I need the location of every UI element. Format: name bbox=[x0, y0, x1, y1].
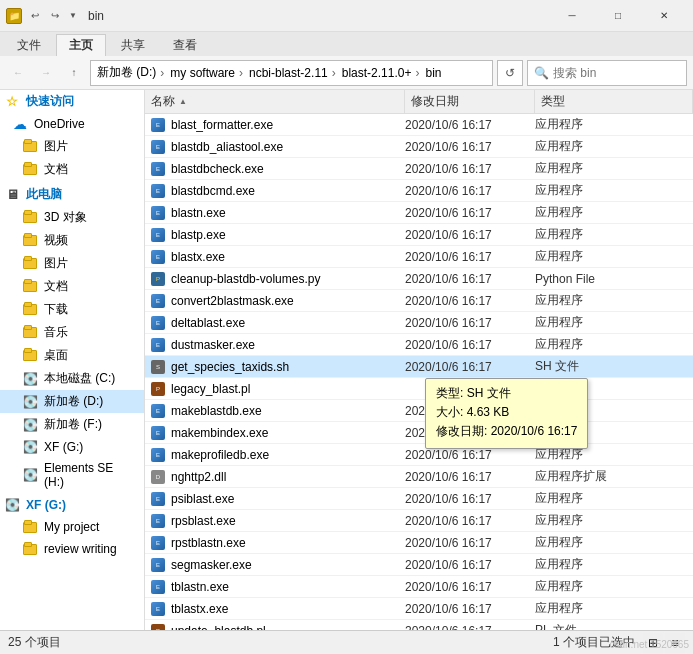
exe-icon: E bbox=[151, 118, 165, 132]
folder-icon-documents-quick bbox=[22, 162, 38, 178]
file-row[interactable]: P update_blastdb.pl 2020/10/6 16:17 PL 文… bbox=[145, 620, 693, 630]
sidebar-item-new-vol-f[interactable]: 💽 新加卷 (F:) bbox=[0, 413, 144, 436]
file-row[interactable]: E blastdbcmd.exe 2020/10/6 16:17 应用程序 bbox=[145, 180, 693, 202]
file-row[interactable]: E rpstblastn.exe 2020/10/6 16:17 应用程序 bbox=[145, 532, 693, 554]
address-bar[interactable]: 新加卷 (D:) › my software › ncbi-blast-2.11… bbox=[90, 60, 493, 86]
sidebar-item-videos[interactable]: 视频 bbox=[0, 229, 144, 252]
sidebar-item-3d-objects[interactable]: 3D 对象 bbox=[0, 206, 144, 229]
sidebar-item-documents[interactable]: 文档 bbox=[0, 275, 144, 298]
exe-icon: E bbox=[151, 448, 165, 462]
folder-icon-videos bbox=[22, 233, 38, 249]
drive-icon-g2: 💽 bbox=[4, 497, 20, 513]
tooltip-line-3: 修改日期: 2020/10/6 16:17 bbox=[436, 423, 577, 440]
refresh-button[interactable]: ↺ bbox=[497, 60, 523, 86]
address-part-5: bin bbox=[425, 66, 441, 80]
file-list-header: 名称 ▲ 修改日期 类型 bbox=[145, 90, 693, 114]
quick-access-dropdown[interactable]: ▼ bbox=[66, 7, 80, 25]
exe-icon: E bbox=[151, 316, 165, 330]
minimize-button[interactable]: ─ bbox=[549, 0, 595, 32]
exe-icon: E bbox=[151, 294, 165, 308]
file-row[interactable]: E makembindex.exe 2020/10/6 16:17 应用程序 bbox=[145, 422, 693, 444]
address-part-4: blast-2.11.0+ › bbox=[342, 66, 422, 80]
file-row[interactable]: E blast_formatter.exe 2020/10/6 16:17 应用… bbox=[145, 114, 693, 136]
redo-button[interactable]: ↪ bbox=[46, 7, 64, 25]
exe-icon: E bbox=[151, 492, 165, 506]
file-row[interactable]: E makeprofiledb.exe 2020/10/6 16:17 应用程序 bbox=[145, 444, 693, 466]
undo-button[interactable]: ↩ bbox=[26, 7, 44, 25]
sidebar-item-downloads[interactable]: 下载 bbox=[0, 298, 144, 321]
sidebar-item-this-pc[interactable]: 🖥 此电脑 bbox=[0, 183, 144, 206]
sidebar-item-review-writing[interactable]: review writing bbox=[0, 538, 144, 560]
exe-icon: E bbox=[151, 162, 165, 176]
py-icon: P bbox=[151, 272, 165, 286]
title-text: bin bbox=[88, 9, 104, 23]
file-row[interactable]: D nghttp2.dll 2020/10/6 16:17 应用程序扩展 bbox=[145, 466, 693, 488]
forward-button[interactable]: → bbox=[34, 61, 58, 85]
file-row[interactable]: E tblastx.exe 2020/10/6 16:17 应用程序 bbox=[145, 598, 693, 620]
exe-icon: E bbox=[151, 228, 165, 242]
col-header-date[interactable]: 修改日期 bbox=[405, 90, 535, 114]
file-row[interactable]: E tblastn.exe 2020/10/6 16:17 应用程序 bbox=[145, 576, 693, 598]
sidebar-item-xf-g2[interactable]: 💽 XF (G:) bbox=[0, 494, 144, 516]
up-button[interactable]: ↑ bbox=[62, 61, 86, 85]
col-header-type[interactable]: 类型 bbox=[535, 90, 693, 114]
search-input[interactable] bbox=[553, 66, 693, 80]
exe-icon: E bbox=[151, 536, 165, 550]
title-bar-icon: 📁 bbox=[6, 8, 22, 24]
sidebar-item-documents-quick[interactable]: 文档 bbox=[0, 158, 144, 181]
drive-icon-h: 💽 bbox=[22, 467, 38, 483]
sidebar-item-onedrive[interactable]: ☁ OneDrive bbox=[0, 113, 144, 135]
folder-icon-my-project bbox=[22, 519, 38, 535]
col-header-name[interactable]: 名称 ▲ bbox=[145, 90, 405, 114]
exe-icon: E bbox=[151, 602, 165, 616]
exe-icon: E bbox=[151, 206, 165, 220]
file-row[interactable]: E dustmasker.exe 2020/10/6 16:17 应用程序 bbox=[145, 334, 693, 356]
file-row[interactable]: E blastx.exe 2020/10/6 16:17 应用程序 bbox=[145, 246, 693, 268]
dll-icon: D bbox=[151, 470, 165, 484]
file-row[interactable]: E blastdbcheck.exe 2020/10/6 16:17 应用程序 bbox=[145, 158, 693, 180]
back-button[interactable]: ← bbox=[6, 61, 30, 85]
tab-share[interactable]: 共享 bbox=[108, 34, 158, 56]
sidebar-item-my-project[interactable]: My project bbox=[0, 516, 144, 538]
nav-bar: ← → ↑ 新加卷 (D:) › my software › ncbi-blas… bbox=[0, 56, 693, 90]
maximize-button[interactable]: □ bbox=[595, 0, 641, 32]
tab-view[interactable]: 查看 bbox=[160, 34, 210, 56]
tooltip-popup: 类型: SH 文件 大小: 4.63 KB 修改日期: 2020/10/6 16… bbox=[425, 378, 588, 449]
address-part-1: 新加卷 (D:) › bbox=[97, 64, 166, 81]
file-row[interactable]: E rpsblast.exe 2020/10/6 16:17 应用程序 bbox=[145, 510, 693, 532]
drive-icon-d: 💽 bbox=[22, 394, 38, 410]
folder-icon-3d bbox=[22, 210, 38, 226]
sidebar-item-pictures[interactable]: 图片 bbox=[0, 252, 144, 275]
file-row[interactable]: P legacy_blast.pl PL 文件 bbox=[145, 378, 693, 400]
close-button[interactable]: ✕ bbox=[641, 0, 687, 32]
address-part-2: my software › bbox=[170, 66, 245, 80]
file-row-selected[interactable]: S get_species_taxids.sh 2020/10/6 16:17 … bbox=[145, 356, 693, 378]
file-row[interactable]: E blastn.exe 2020/10/6 16:17 应用程序 bbox=[145, 202, 693, 224]
pl-icon: P bbox=[151, 624, 165, 631]
sidebar-item-elements-se-h[interactable]: 💽 Elements SE (H:) bbox=[0, 458, 144, 492]
tab-file[interactable]: 文件 bbox=[4, 34, 54, 56]
file-row[interactable]: E deltablast.exe 2020/10/6 16:17 应用程序 bbox=[145, 312, 693, 334]
file-row[interactable]: E blastp.exe 2020/10/6 16:17 应用程序 bbox=[145, 224, 693, 246]
file-row[interactable]: E makeblastdb.exe 2020/10/6 16:17 应用程序 bbox=[145, 400, 693, 422]
file-row[interactable]: E segmasker.exe 2020/10/6 16:17 应用程序 bbox=[145, 554, 693, 576]
sidebar-item-pictures-quick[interactable]: 图片 bbox=[0, 135, 144, 158]
sidebar-item-quick-access[interactable]: ☆ 快速访问 bbox=[0, 90, 144, 113]
sidebar-item-local-disk-c[interactable]: 💽 本地磁盘 (C:) bbox=[0, 367, 144, 390]
file-row[interactable]: P cleanup-blastdb-volumes.py 2020/10/6 1… bbox=[145, 268, 693, 290]
sidebar-item-desktop[interactable]: 桌面 bbox=[0, 344, 144, 367]
file-row[interactable]: E blastdb_aliastool.exe 2020/10/6 16:17 … bbox=[145, 136, 693, 158]
tab-home[interactable]: 主页 bbox=[56, 34, 106, 56]
sidebar-item-music[interactable]: 音乐 bbox=[0, 321, 144, 344]
exe-icon: E bbox=[151, 140, 165, 154]
sidebar-item-xf-g[interactable]: 💽 XF (G:) bbox=[0, 436, 144, 458]
file-row[interactable]: E convert2blastmask.exe 2020/10/6 16:17 … bbox=[145, 290, 693, 312]
quick-access-buttons: ↩ ↪ ▼ bbox=[26, 7, 80, 25]
address-chevron-1: › bbox=[160, 66, 164, 80]
sidebar-item-new-vol-d[interactable]: 💽 新加卷 (D:) bbox=[0, 390, 144, 413]
search-box[interactable]: 🔍 bbox=[527, 60, 687, 86]
file-row[interactable]: E psiblast.exe 2020/10/6 16:17 应用程序 bbox=[145, 488, 693, 510]
window-container: 📁 ↩ ↪ ▼ bin ─ □ ✕ 文件 主页 共享 查看 ← → ↑ 新加卷 … bbox=[0, 0, 693, 654]
address-part-3: ncbi-blast-2.11 › bbox=[249, 66, 338, 80]
exe-icon: E bbox=[151, 184, 165, 198]
